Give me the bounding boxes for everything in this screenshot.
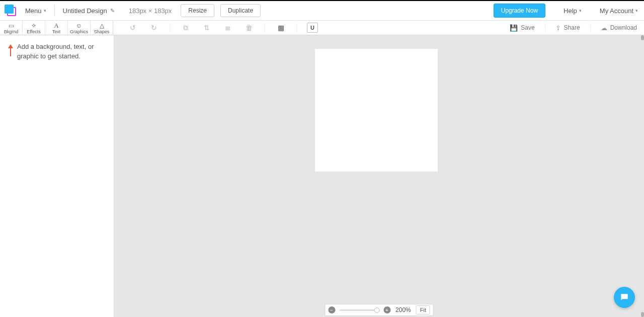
share-icon: ⇪ — [555, 24, 561, 32]
artboard[interactable] — [315, 49, 438, 172]
zoom-fit-button[interactable]: Fit — [416, 305, 430, 314]
download-label: Download — [610, 24, 637, 31]
tool-text[interactable]: A Text — [45, 21, 68, 35]
help-label: Help — [564, 7, 577, 15]
menu-dropdown[interactable]: Menu ▾ — [25, 7, 46, 15]
zoom-in-button[interactable]: + — [383, 306, 390, 313]
account-label: My Account — [600, 7, 633, 15]
pencil-icon[interactable]: ✎ — [110, 8, 115, 14]
redo-icon[interactable]: ↻ — [148, 22, 159, 33]
save-button[interactable]: 💾 Save — [510, 24, 534, 32]
zoom-out-button[interactable]: − — [328, 306, 335, 313]
grid-icon[interactable]: ▦ — [275, 22, 286, 33]
tool-label: Graphics — [70, 29, 88, 34]
canvas-dimensions: 183px × 183px — [129, 7, 172, 15]
divider — [296, 23, 297, 32]
cloud-download-icon: ☁ — [601, 24, 607, 32]
wand-icon: ✧ — [31, 23, 36, 29]
layers-icon[interactable]: ≣ — [222, 22, 233, 33]
tool-background[interactable]: ▭ Bkgrnd — [0, 21, 23, 35]
tool-graphics[interactable]: ☺ Graphics — [68, 21, 91, 35]
copy-icon[interactable]: ⧉ — [180, 22, 191, 33]
hint-text: Add a background, text, or graphic to ge… — [17, 42, 106, 61]
toolbar: ▭ Bkgrnd ✧ Effects A Text ☺ Graphics △ S… — [0, 21, 644, 35]
duplicate-button[interactable]: Duplicate — [220, 4, 261, 17]
vertical-scrollbar[interactable] — [641, 35, 644, 317]
save-label: Save — [521, 24, 534, 31]
account-dropdown[interactable]: My Account ▾ — [600, 7, 638, 15]
smiley-icon: ☺ — [76, 23, 82, 29]
scrollbar-thumb[interactable] — [641, 35, 644, 40]
canvas-area[interactable]: − + 200% Fit — [114, 35, 644, 317]
zoom-slider[interactable] — [339, 309, 379, 311]
text-icon: A — [54, 23, 58, 29]
arrow-up-icon — [8, 44, 13, 56]
download-button[interactable]: ☁ Download — [601, 24, 637, 32]
magnet-icon: U — [307, 23, 318, 33]
caret-down-icon: ▾ — [579, 8, 582, 13]
resize-button[interactable]: Resize — [181, 4, 214, 17]
share-label: Share — [564, 24, 580, 31]
save-icon: 💾 — [510, 24, 518, 32]
layer-order-icon[interactable]: ⇅ — [201, 22, 212, 33]
design-title-text: Untitled Design — [63, 7, 107, 15]
header-bar: Menu ▾ Untitled Design ✎ 183px × 183px R… — [0, 1, 644, 21]
tool-label: Effects — [27, 29, 40, 34]
design-title[interactable]: Untitled Design ✎ — [63, 7, 115, 15]
main-area: Add a background, text, or graphic to ge… — [0, 35, 644, 317]
zoom-slider-thumb[interactable] — [374, 307, 379, 313]
tool-effects[interactable]: ✧ Effects — [23, 21, 45, 35]
share-button[interactable]: ⇪ Share — [555, 24, 580, 32]
chat-icon — [619, 292, 629, 302]
divider — [590, 24, 591, 32]
caret-down-icon: ▾ — [44, 8, 46, 13]
menu-label: Menu — [25, 7, 42, 15]
divider — [265, 23, 265, 32]
snap-toggle[interactable]: U — [307, 22, 318, 33]
caret-down-icon: ▾ — [635, 8, 638, 13]
triangle-icon: △ — [100, 23, 104, 29]
divider — [545, 24, 545, 32]
tool-label: Text — [52, 29, 61, 34]
toolbar-actions: 💾 Save ⇪ Share ☁ Download — [500, 21, 644, 35]
undo-icon[interactable]: ↺ — [127, 22, 138, 33]
upgrade-button[interactable]: Upgrade Now — [494, 4, 545, 18]
left-panel: Add a background, text, or graphic to ge… — [0, 35, 114, 317]
tool-label: Bkgrnd — [4, 29, 19, 34]
zoom-control: − + 200% Fit — [325, 304, 434, 316]
edit-icon-group: ↺ ↻ ⧉ ⇅ ≣ 🗑 ▦ U — [113, 21, 323, 35]
app-logo[interactable] — [5, 5, 16, 16]
scrollbar-thumb[interactable] — [641, 312, 644, 317]
divider — [54, 5, 55, 16]
trash-icon[interactable]: 🗑 — [244, 22, 255, 33]
tool-shapes[interactable]: △ Shapes — [91, 21, 113, 35]
chat-fab[interactable] — [614, 287, 635, 308]
help-dropdown[interactable]: Help ▾ — [564, 7, 582, 15]
zoom-percent: 200% — [395, 306, 411, 313]
divider — [170, 23, 170, 32]
image-icon: ▭ — [9, 23, 14, 29]
tool-label: Shapes — [94, 29, 110, 34]
